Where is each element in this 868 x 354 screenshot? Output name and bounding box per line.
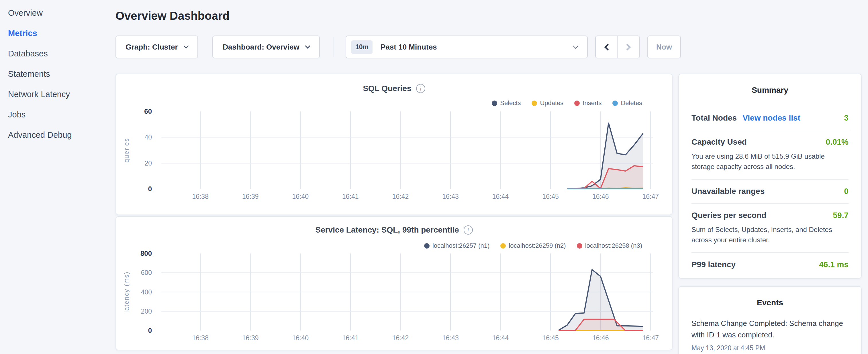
- overview-dashboard-page: { "sidebar": { "items": [ {"label": "Ove…: [0, 0, 868, 354]
- svg-text:16:39: 16:39: [242, 334, 259, 342]
- dashboard-label: Dashboard: Overview: [223, 43, 299, 52]
- summary-row-header: Queries per second59.7: [691, 211, 848, 220]
- dashboard-dropdown[interactable]: Dashboard: Overview: [212, 35, 320, 58]
- sql-queries-plot[interactable]: 16:3816:3916:4016:4116:4216:4316:4416:45…: [116, 74, 673, 216]
- summary-label: Unavailable ranges: [691, 187, 765, 196]
- graph-scope-dropdown[interactable]: Graph: Cluster: [116, 35, 198, 58]
- view-nodes-list-link[interactable]: View nodes list: [743, 114, 800, 123]
- svg-text:16:38: 16:38: [192, 334, 209, 342]
- time-range-picker[interactable]: 10m Past 10 Minutes: [346, 35, 588, 58]
- sql-queries-chart-card: SQL Queries i SelectsUpdatesInsertsDelet…: [116, 74, 673, 215]
- chevron-down-icon: [305, 43, 310, 49]
- summary-row: P99 latency46.1 ms: [691, 253, 848, 277]
- time-range-label: Past 10 Minutes: [380, 43, 437, 52]
- summary-row-header: Unavailable ranges0: [691, 187, 848, 196]
- sidebar: OverviewMetricsDatabasesStatementsNetwor…: [0, 0, 115, 354]
- svg-text:queries: queries: [123, 138, 130, 162]
- svg-text:16:47: 16:47: [642, 334, 659, 342]
- summary-value: 46.1 ms: [819, 260, 848, 269]
- svg-text:16:38: 16:38: [192, 193, 209, 200]
- svg-text:16:42: 16:42: [392, 193, 409, 200]
- svg-text:800: 800: [141, 250, 152, 257]
- svg-text:16:44: 16:44: [492, 193, 509, 200]
- sidebar-item-advanced-debug[interactable]: Advanced Debug: [8, 125, 115, 145]
- sidebar-item-metrics[interactable]: Metrics: [8, 23, 115, 43]
- graph-scope-label: Graph: Cluster: [125, 43, 178, 52]
- summary-value: 3: [844, 114, 848, 123]
- svg-text:16:40: 16:40: [292, 193, 309, 200]
- chevron-left-icon: [604, 43, 611, 51]
- svg-text:16:46: 16:46: [592, 334, 609, 342]
- svg-text:16:42: 16:42: [392, 334, 409, 342]
- summary-description: Sum of Selects, Updates, Inserts, and De…: [691, 225, 848, 245]
- summary-label: Total Nodes: [691, 114, 737, 123]
- svg-text:200: 200: [141, 308, 152, 315]
- summary-label: Capacity Used: [691, 137, 747, 147]
- svg-text:16:43: 16:43: [442, 193, 459, 200]
- summary-row: Capacity Used0.01%You are using 28.6 MiB…: [691, 130, 848, 180]
- summary-panel: Summary Total NodesView nodes list3Capac…: [678, 74, 862, 279]
- summary-value: 59.7: [833, 211, 849, 220]
- time-range-badge: 10m: [351, 40, 373, 54]
- chevron-down-icon: [183, 43, 189, 49]
- summary-label: Queries per second: [691, 211, 766, 220]
- chevron-down-icon: [573, 43, 578, 49]
- sidebar-item-jobs[interactable]: Jobs: [8, 104, 115, 125]
- summary-description: You are using 28.6 MiB of 515.9 GiB usab…: [691, 151, 848, 172]
- sidebar-item-statements[interactable]: Statements: [8, 64, 115, 84]
- summary-label: P99 latency: [691, 260, 736, 269]
- svg-text:60: 60: [144, 107, 152, 115]
- previous-range-button[interactable]: [596, 36, 618, 58]
- summary-row-header: P99 latency46.1 ms: [691, 260, 848, 269]
- events-panel: Events Schema Change Completed: Schema c…: [678, 286, 862, 354]
- service-latency-plot[interactable]: 16:3816:3916:4016:4116:4216:4316:4416:45…: [116, 217, 673, 351]
- time-step-buttons: [595, 35, 640, 58]
- svg-text:20: 20: [145, 160, 152, 167]
- svg-text:16:39: 16:39: [242, 193, 259, 200]
- summary-row: Unavailable ranges0: [691, 180, 848, 204]
- summary-title: Summary: [679, 74, 861, 95]
- svg-text:16:44: 16:44: [492, 334, 509, 342]
- svg-text:16:40: 16:40: [292, 334, 309, 342]
- summary-value: 0: [844, 187, 848, 196]
- svg-text:16:47: 16:47: [642, 193, 659, 200]
- svg-text:16:43: 16:43: [442, 334, 459, 342]
- svg-text:16:41: 16:41: [342, 193, 359, 200]
- svg-text:400: 400: [141, 288, 152, 296]
- svg-text:0: 0: [148, 326, 152, 334]
- summary-row-header: Total NodesView nodes list3: [691, 114, 848, 123]
- sidebar-item-network-latency[interactable]: Network Latency: [8, 84, 115, 104]
- event-message: Schema Change Completed: Schema change w…: [691, 318, 848, 341]
- svg-text:600: 600: [141, 269, 152, 277]
- events-title: Events: [679, 287, 861, 307]
- svg-text:latency (ms): latency (ms): [123, 271, 130, 313]
- svg-text:16:41: 16:41: [342, 334, 359, 342]
- service-latency-chart-card: Service Latency: SQL, 99th percentile i …: [116, 216, 673, 350]
- sidebar-item-databases[interactable]: Databases: [8, 43, 115, 64]
- event-timestamp: May 13, 2020 at 4:45 PM: [691, 344, 848, 352]
- event-item: Schema Change Completed: Schema change w…: [691, 318, 848, 352]
- toolbar-divider: [334, 37, 334, 57]
- now-button[interactable]: Now: [647, 35, 681, 58]
- summary-value: 0.01%: [826, 137, 848, 147]
- summary-row-header: Capacity Used0.01%: [691, 137, 848, 147]
- svg-text:16:45: 16:45: [542, 193, 559, 200]
- next-range-button[interactable]: [618, 36, 639, 58]
- svg-text:40: 40: [145, 133, 152, 141]
- svg-text:16:45: 16:45: [542, 334, 559, 342]
- page-title: Overview Dashboard: [116, 9, 229, 22]
- chevron-right-icon: [624, 43, 631, 51]
- svg-text:0: 0: [148, 185, 152, 193]
- sidebar-item-overview[interactable]: Overview: [8, 3, 115, 23]
- summary-row: Total NodesView nodes list3: [691, 106, 848, 130]
- svg-text:16:46: 16:46: [592, 193, 609, 200]
- summary-row: Queries per second59.7Sum of Selects, Up…: [691, 204, 848, 253]
